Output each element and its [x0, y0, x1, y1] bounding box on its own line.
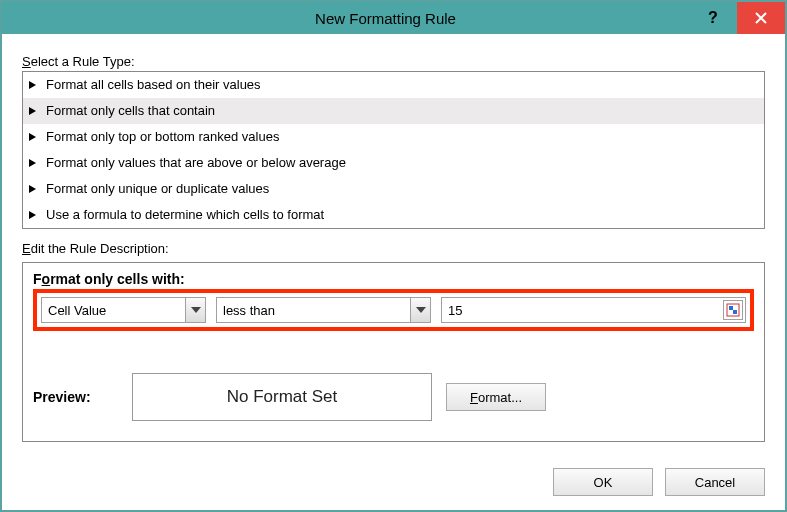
triangle-icon: [29, 159, 36, 167]
select-rule-type-label: Select a Rule Type:: [22, 54, 765, 69]
preview-box: No Format Set: [132, 373, 432, 421]
preview-label: Preview:: [33, 389, 118, 405]
rule-type-item[interactable]: Use a formula to determine which cells t…: [23, 202, 764, 228]
window-title: New Formatting Rule: [2, 10, 689, 27]
window-buttons: ?: [689, 2, 785, 34]
triangle-icon: [29, 133, 36, 141]
rule-type-item[interactable]: Format only unique or duplicate values: [23, 176, 764, 202]
close-button[interactable]: [737, 2, 785, 34]
rule-type-item[interactable]: Format only top or bottom ranked values: [23, 124, 764, 150]
edit-description-label: Edit the Rule Description:: [22, 241, 765, 256]
rule-type-list[interactable]: Format all cells based on their values F…: [22, 71, 765, 229]
chevron-down-icon: [185, 298, 205, 322]
content-area: Select a Rule Type: Format all cells bas…: [2, 34, 785, 458]
rule-type-item[interactable]: Format only cells that contain: [23, 98, 764, 124]
description-panel: Format only cells with: Cell Value less …: [22, 262, 765, 442]
titlebar: New Formatting Rule ?: [2, 2, 785, 34]
format-button[interactable]: Format...: [446, 383, 546, 411]
rule-type-item[interactable]: Format all cells based on their values: [23, 72, 764, 98]
format-only-label: Format only cells with:: [33, 271, 754, 287]
help-button[interactable]: ?: [689, 2, 737, 34]
triangle-icon: [29, 107, 36, 115]
svg-rect-1: [729, 306, 733, 310]
triangle-icon: [29, 81, 36, 89]
dialog-window: New Formatting Rule ? Select a Rule Type…: [0, 0, 787, 512]
criteria-row: Cell Value less than 15: [33, 289, 754, 331]
close-icon: [755, 12, 767, 24]
triangle-icon: [29, 211, 36, 219]
rule-type-item[interactable]: Format only values that are above or bel…: [23, 150, 764, 176]
triangle-icon: [29, 185, 36, 193]
chevron-down-icon: [410, 298, 430, 322]
preview-row: Preview: No Format Set Format...: [33, 373, 754, 421]
ok-button[interactable]: OK: [553, 468, 653, 496]
dialog-footer: OK Cancel: [2, 458, 785, 510]
range-selector-button[interactable]: [723, 300, 743, 320]
svg-rect-2: [733, 310, 737, 314]
subject-dropdown[interactable]: Cell Value: [41, 297, 206, 323]
operator-dropdown[interactable]: less than: [216, 297, 431, 323]
cancel-button[interactable]: Cancel: [665, 468, 765, 496]
value-input[interactable]: 15: [441, 297, 746, 323]
range-selector-icon: [726, 303, 740, 317]
